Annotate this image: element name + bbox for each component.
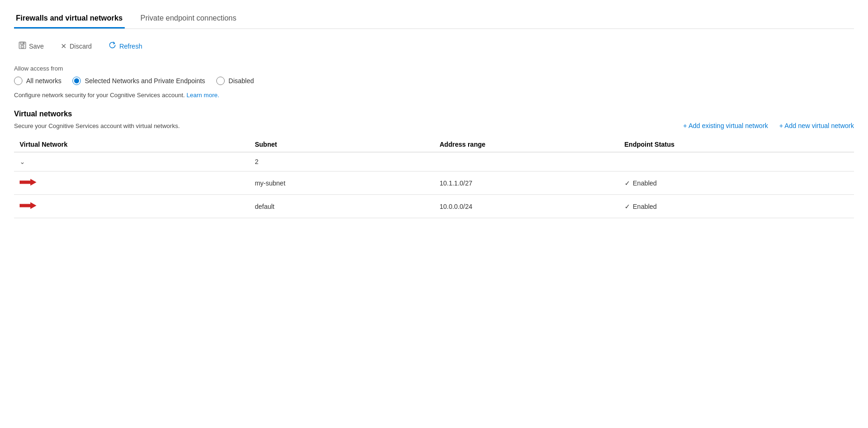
svg-rect-2 <box>21 45 24 48</box>
discard-label: Discard <box>70 43 92 50</box>
red-arrow-icon <box>20 177 36 187</box>
discard-button[interactable]: ✕ Discard <box>56 39 96 53</box>
row-subnet: my-subnet <box>249 171 434 195</box>
radio-selected-networks-label: Selected Networks and Private Endpoints <box>85 77 205 85</box>
radio-disabled-input[interactable] <box>216 77 225 85</box>
vnet-actions: + Add existing virtual network + Add new… <box>683 122 854 129</box>
vnet-table: Virtual Network Subnet Address range End… <box>14 137 854 218</box>
radio-all-networks-input[interactable] <box>14 77 22 85</box>
table-row: default 10.0.0.0/24 ✓ Enabled <box>14 195 854 218</box>
row-endpoint-status: ✓ Enabled <box>619 171 854 195</box>
save-icon <box>19 42 26 51</box>
refresh-icon <box>108 41 116 51</box>
status-label: Enabled <box>633 179 657 187</box>
row-subnet: 2 <box>249 152 434 171</box>
status-label: Enabled <box>633 203 657 210</box>
tab-firewalls[interactable]: Firewalls and virtual networks <box>14 9 125 29</box>
radio-disabled-label: Disabled <box>228 77 254 85</box>
col-endpoint-status: Endpoint Status <box>619 137 854 152</box>
row-address-range <box>434 152 619 171</box>
row-virtual-network: ⌄ <box>14 152 249 171</box>
row-subnet: default <box>249 195 434 218</box>
access-radio-group: All networks Selected Networks and Priva… <box>14 77 854 85</box>
row-virtual-network <box>14 171 249 195</box>
vnet-subtitle: Secure your Cognitive Services account w… <box>14 122 180 129</box>
svg-rect-3 <box>23 43 24 44</box>
subnet-count: 2 <box>255 158 258 165</box>
radio-all-networks-label: All networks <box>26 77 61 85</box>
toolbar: Save ✕ Discard Refresh <box>14 38 854 54</box>
description-text: Configure network security for your Cogn… <box>14 92 854 99</box>
chevron-down-icon[interactable]: ⌄ <box>20 158 25 165</box>
check-icon: ✓ <box>625 203 630 210</box>
row-address-range: 10.0.0.0/24 <box>434 195 619 218</box>
add-existing-vnet-link[interactable]: + Add existing virtual network <box>683 122 768 129</box>
row-address-range: 10.1.1.0/27 <box>434 171 619 195</box>
vnet-section-title: Virtual networks <box>14 110 854 118</box>
col-virtual-network: Virtual Network <box>14 137 249 152</box>
radio-all-networks[interactable]: All networks <box>14 77 61 85</box>
vnet-table-body: ⌄ 2 my-subnet 10.1.1.0/27 ✓ <box>14 152 854 218</box>
tab-bar: Firewalls and virtual networks Private e… <box>14 9 854 29</box>
enabled-badge: ✓ Enabled <box>625 203 848 210</box>
row-endpoint-status: ✓ Enabled <box>619 195 854 218</box>
red-arrow-icon <box>20 200 36 211</box>
save-button[interactable]: Save <box>14 39 49 54</box>
add-new-vnet-link[interactable]: + Add new virtual network <box>779 122 854 129</box>
check-icon: ✓ <box>625 179 630 187</box>
svg-rect-1 <box>21 42 24 44</box>
row-virtual-network <box>14 195 249 218</box>
tab-private-endpoints[interactable]: Private endpoint connections <box>139 9 238 29</box>
radio-disabled[interactable]: Disabled <box>216 77 254 85</box>
access-label: Allow access from <box>14 65 854 72</box>
col-subnet: Subnet <box>249 137 434 152</box>
save-label: Save <box>29 43 44 50</box>
col-address-range: Address range <box>434 137 619 152</box>
discard-icon: ✕ <box>61 42 67 50</box>
refresh-label: Refresh <box>119 43 142 50</box>
learn-more-link[interactable]: Learn more. <box>186 92 219 99</box>
vnet-table-header: Virtual Network Subnet Address range End… <box>14 137 854 152</box>
enabled-badge: ✓ Enabled <box>625 179 848 187</box>
vnet-header-row: Secure your Cognitive Services account w… <box>14 122 854 129</box>
radio-selected-networks[interactable]: Selected Networks and Private Endpoints <box>72 77 205 85</box>
table-row: ⌄ 2 <box>14 152 854 171</box>
svg-marker-4 <box>20 179 36 185</box>
row-endpoint-status <box>619 152 854 171</box>
refresh-button[interactable]: Refresh <box>104 38 147 54</box>
radio-selected-networks-input[interactable] <box>72 77 81 85</box>
svg-marker-5 <box>20 202 36 209</box>
table-row: my-subnet 10.1.1.0/27 ✓ Enabled <box>14 171 854 195</box>
